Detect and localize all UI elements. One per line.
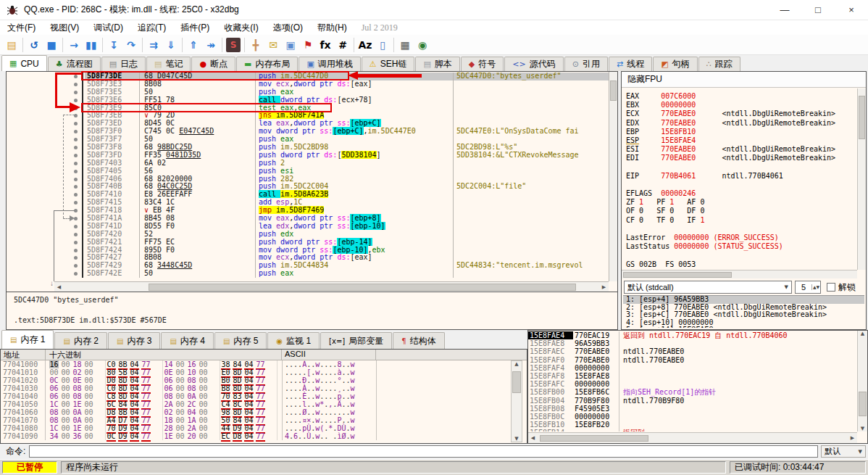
tab-cpu[interactable]: ▦CPU: [1, 55, 47, 71]
run-to-user-code-button[interactable]: ⇉: [145, 36, 162, 54]
scroll-left-icon[interactable]: ◀: [528, 435, 538, 441]
scrollbar-thumb[interactable]: [859, 392, 867, 416]
memory-row[interactable]: 770410501C001E006C8404772A002C00C48C0477…: [1, 400, 509, 408]
scroll-down-icon[interactable]: ▼: [512, 436, 522, 442]
menu-item[interactable]: 插件(P): [173, 22, 217, 34]
modules-button[interactable]: ▯: [374, 36, 391, 54]
tab-script[interactable]: ▤脚本: [415, 57, 459, 71]
stack-row[interactable]: 15E8FAF815E8FAE8: [528, 372, 857, 380]
stack-row[interactable]: 15E8FAF0770EABE0ntdll.770EABE0: [528, 356, 857, 364]
step-over-button[interactable]: ↷: [122, 36, 140, 54]
stack-row[interactable]: 15E8FAEC770EABE0ntdll.770EABE0: [528, 347, 857, 355]
pause-button[interactable]: ▮▮: [83, 36, 100, 54]
open-file-button[interactable]: ▤: [3, 36, 20, 54]
tab-watch1[interactable]: ◉监视 1: [267, 332, 320, 349]
scrollbar-thumb[interactable]: [610, 80, 617, 101]
restart-button[interactable]: ↺: [25, 36, 43, 54]
run-button[interactable]: →: [65, 36, 83, 54]
maximize-button[interactable]: □: [801, 0, 835, 20]
stack-row[interactable]: 15E8FAE896A59BB3: [528, 339, 857, 347]
functions-button[interactable]: fx: [317, 36, 334, 54]
stack-hscrollbar[interactable]: ◀ ▶: [528, 432, 857, 443]
memory-row[interactable]: 770410200C000E00D08D047706000800B08D0477…: [1, 376, 509, 384]
scroll-left-icon[interactable]: ◀: [54, 284, 64, 290]
menu-item[interactable]: 调试(D): [86, 22, 130, 34]
tab-threads[interactable]: ⇄线程: [609, 57, 652, 71]
argument-row[interactable]: 5: [esp+14] 15E8FAE8: [623, 326, 864, 328]
scrollbar-thumb[interactable]: [623, 272, 732, 278]
disasm-row[interactable]: 5D8F740556push esi: [7, 168, 609, 175]
tab-dump4[interactable]: ▤内存 4: [161, 332, 213, 349]
stepper-arrows-icon[interactable]: ▲▼: [811, 284, 820, 290]
stack-row[interactable]: 15E8FB14返回到: [528, 429, 857, 431]
close-button[interactable]: ×: [835, 0, 868, 20]
scroll-up-icon[interactable]: ▲: [858, 331, 867, 336]
stack-row[interactable]: 15E8FB0C00000000: [528, 413, 857, 421]
calculator-button[interactable]: ▦: [396, 36, 414, 54]
stack-row[interactable]: 15E8FAE4770EAC19返回到 ntdll.770EAC19 自 ntd…: [528, 331, 857, 339]
tab-log[interactable]: ▤日志: [101, 57, 146, 71]
step-out-button[interactable]: ⇑: [185, 36, 202, 54]
breakpoint-list-button[interactable]: #: [334, 36, 351, 54]
tab-handles[interactable]: ◩句柄: [653, 57, 697, 71]
memory-row[interactable]: 7704101000000200805B04770E001000E08D0477…: [1, 368, 509, 376]
menu-item[interactable]: 视图(V): [43, 22, 86, 34]
step-into-button[interactable]: ↧: [105, 36, 122, 54]
scroll-down-icon[interactable]: ▼: [858, 426, 867, 431]
tab-memory-map[interactable]: ▬内存布局: [236, 57, 298, 71]
menu-item[interactable]: 选项(O): [266, 22, 310, 34]
scrollbar-thumb[interactable]: [149, 284, 576, 291]
calling-convention-select[interactable]: 默认 (stdcall) ▼: [624, 281, 792, 294]
menu-item[interactable]: 帮助(H): [310, 22, 354, 34]
memory-row[interactable]: 7704103006000800C08D047706000800B88D0477…: [1, 384, 509, 392]
scroll-up-icon[interactable]: ▲: [512, 361, 522, 367]
references-globe-button[interactable]: ◉: [414, 36, 431, 54]
tab-struct[interactable]: ¶结构体: [393, 332, 444, 349]
tab-dump5[interactable]: ▤内存 5: [214, 332, 267, 349]
menu-item[interactable]: 收藏夹(I): [217, 22, 265, 34]
register-list[interactable]: EAX 007C6000EBX 00000000ECX 770EABE0 <nt…: [626, 92, 856, 269]
memory-dump-panel[interactable]: 地址 十六进制 ASCII 7704100016001800C08B047714…: [0, 349, 527, 444]
tab-notes[interactable]: ▤笔记: [146, 57, 191, 71]
menu-item[interactable]: 文件(F): [0, 22, 43, 34]
disasm-row[interactable]: 5D8F742E50push eax: [7, 270, 609, 278]
stop-button[interactable]: ■: [43, 36, 60, 54]
stack-vscrollbar[interactable]: ▲ ▼: [857, 331, 867, 431]
scroll-right-icon[interactable]: ▶: [848, 435, 857, 441]
memory-row[interactable]: 7704104006000800C88D047708000A0070830477…: [1, 392, 509, 400]
stack-row[interactable]: 15E8FB0015E8FB6C指向SEH_Record[1]的指针: [528, 388, 857, 396]
unlock-checkbox[interactable]: [827, 283, 835, 292]
memory-row[interactable]: 7704107008000A00A4D7047718001A0050840477…: [1, 416, 509, 424]
tab-call-stack[interactable]: ▣调用堆栈: [299, 57, 360, 71]
minimize-button[interactable]: —: [768, 0, 801, 20]
registers-vscrollbar[interactable]: [857, 88, 866, 270]
comments-button[interactable]: ✉: [264, 36, 282, 54]
labels-button[interactable]: ▣: [282, 36, 299, 54]
tab-trace[interactable]: ∴跟踪: [698, 57, 740, 71]
registers-hscrollbar[interactable]: [622, 270, 857, 278]
tab-breakpoints[interactable]: ●断点: [191, 57, 235, 71]
scylla-button[interactable]: S: [226, 38, 241, 52]
tab-dump1[interactable]: ▤内存 1: [1, 330, 54, 349]
stack-panel[interactable]: 15E8FAE4770EAC19返回到 ntdll.770EAC19 自 ntd…: [527, 330, 868, 444]
patches-button[interactable]: ╋: [247, 36, 264, 54]
tab-dump3[interactable]: ▤内存 3: [108, 332, 160, 349]
disassembly-hscrollbar[interactable]: ◀ ▶: [54, 281, 609, 292]
disassembly-pane[interactable]: 5D8F73DE68 D047C45Dpush im.5DC447D05DC44…: [6, 71, 618, 292]
tab-dump2[interactable]: ▤内存 2: [54, 332, 107, 349]
memory-row[interactable]: 7704100016001800C08B04771400160038840477…: [1, 360, 509, 368]
hide-fpu-button[interactable]: 隐藏FPU: [622, 72, 866, 88]
tab-locals[interactable]: [x=]局部变量: [320, 332, 392, 349]
stack-row[interactable]: 15E8FB04770B9F80ntdll.770B9F80: [528, 397, 857, 405]
tab-graph[interactable]: ♣流程图: [48, 57, 101, 71]
execute-till-return-button[interactable]: ⇓: [162, 36, 180, 54]
stack-row[interactable]: 15E8FB08F45905E3: [528, 405, 857, 413]
tab-source[interactable]: <>源代码: [504, 57, 563, 71]
stack-row[interactable]: 15E8FAFC00000000: [528, 380, 857, 388]
stack-row[interactable]: 15E8FAF400000000: [528, 364, 857, 372]
tab-seh[interactable]: ⚠SEH链: [362, 57, 415, 71]
strings-button[interactable]: Az: [356, 36, 374, 54]
scrollbar-thumb[interactable]: [512, 371, 521, 393]
bookmarks-button[interactable]: ⚑: [299, 36, 317, 54]
menu-item[interactable]: 追踪(T): [130, 22, 173, 34]
